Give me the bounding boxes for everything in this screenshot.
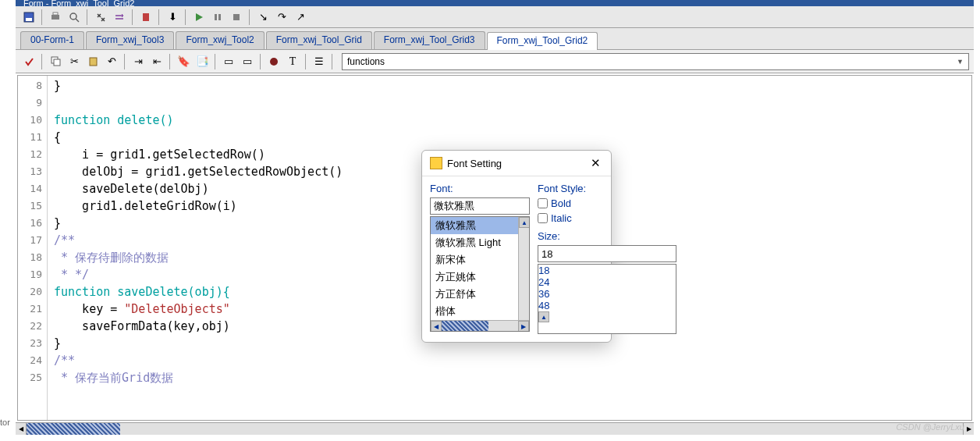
tab-form-tool2[interactable]: Form_xwj_Tool2 (176, 31, 264, 49)
window-title: Form - Form_xwj_Tool_Grid2 (23, 0, 134, 6)
dialog-icon (430, 157, 442, 169)
main-toolbar: ⬇ ↘ ↷ ↗ (16, 6, 974, 28)
tab-form-tool3[interactable]: Form_xwj_Tool3 (86, 31, 174, 49)
copy-button[interactable] (47, 53, 64, 70)
save-button[interactable] (20, 9, 37, 26)
step-button[interactable]: ⬇ (164, 9, 181, 26)
bookmark-button[interactable] (137, 9, 154, 26)
font-option[interactable]: 方正舒体 (431, 286, 529, 303)
font-option[interactable]: 楷体 (431, 303, 529, 320)
side-text: tor (0, 418, 10, 427)
outdent-button[interactable]: ⇤ (148, 53, 165, 70)
pause-button[interactable] (209, 9, 226, 26)
title-bar: Form - Form_xwj_Tool_Grid2 (16, 0, 974, 6)
svg-rect-7 (215, 14, 217, 20)
tree-button[interactable]: ☰ (311, 53, 328, 70)
stop-button[interactable] (228, 9, 245, 26)
uncomment-button[interactable]: ▭ (239, 53, 256, 70)
indent-button[interactable]: ⇥ (130, 53, 147, 70)
preview-button[interactable] (66, 9, 83, 26)
close-button[interactable]: ✕ (588, 155, 603, 171)
cut-button[interactable]: ✂ (66, 53, 83, 70)
tab-00-form-1[interactable]: 00-Form-1 (20, 31, 84, 49)
dialog-titlebar[interactable]: Font Setting ✕ (422, 151, 611, 176)
svg-line-5 (76, 19, 79, 22)
size-vscroll[interactable]: ▲ (538, 311, 676, 322)
bookmark-toggle-button[interactable]: 🔖 (175, 53, 192, 70)
print-button[interactable] (47, 9, 64, 26)
replace-button[interactable] (111, 9, 128, 26)
size-option[interactable]: 24 (538, 276, 676, 288)
document-tabs: 00-Form-1 Form_xwj_Tool3 Form_xwj_Tool2 … (16, 28, 974, 50)
bookmark-nav-button[interactable]: 📑 (194, 53, 211, 70)
combo-value: functions (347, 56, 385, 67)
svg-rect-1 (26, 18, 32, 21)
font-option[interactable]: 微软雅黑 (431, 217, 529, 234)
svg-rect-6 (143, 13, 149, 21)
undo-button[interactable]: ↶ (103, 53, 120, 70)
font-option[interactable]: 新宋体 (431, 251, 529, 269)
editor-toolbar: ✂ ↶ ⇥ ⇤ 🔖 📑 ▭ ▭ T ☰ functions ▼ (16, 50, 974, 73)
step-into-button[interactable]: ↘ (254, 9, 272, 26)
text-button[interactable]: T (284, 53, 301, 70)
italic-checkbox[interactable]: Italic (538, 212, 676, 224)
function-combo[interactable]: functions ▼ (342, 53, 969, 70)
svg-rect-12 (90, 58, 97, 66)
run-button[interactable] (190, 9, 208, 26)
svg-rect-9 (233, 14, 240, 20)
comment-button[interactable]: ▭ (220, 53, 237, 70)
svg-rect-3 (53, 12, 58, 15)
tab-form-tool-grid3[interactable]: Form_xwj_Tool_Grid3 (374, 31, 485, 49)
horizontal-scrollbar[interactable]: ◀ ▶ (16, 422, 974, 435)
check-icon[interactable] (20, 53, 37, 70)
size-input[interactable] (538, 245, 676, 262)
dialog-title: Font Setting (447, 158, 502, 169)
font-option[interactable]: 方正姚体 (431, 269, 529, 286)
style-label: Font Style: (538, 183, 676, 194)
paste-button[interactable] (84, 53, 101, 70)
font-setting-dialog: Font Setting ✕ Font: 微软雅黑微软雅黑 Light新宋体方正… (421, 150, 612, 343)
svg-rect-8 (218, 14, 221, 20)
size-listbox[interactable]: 18243648 ▲ (538, 264, 676, 334)
line-gutter: 8910111213141516171819202122232425 (18, 76, 48, 420)
svg-point-13 (270, 58, 278, 66)
font-listbox[interactable]: 微软雅黑微软雅黑 Light新宋体方正姚体方正舒体楷体 ▲ ◀ ▶ (430, 216, 530, 332)
size-option[interactable]: 18 (538, 265, 676, 276)
bold-checkbox[interactable]: Bold (538, 197, 676, 209)
size-option[interactable]: 36 (538, 288, 676, 300)
step-over-button[interactable]: ↷ (273, 9, 290, 26)
font-label: Font: (430, 183, 530, 194)
tab-form-tool-grid[interactable]: Form_xwj_Tool_Grid (266, 31, 372, 49)
breakpoint-button[interactable] (265, 53, 282, 70)
step-out-button[interactable]: ↗ (292, 9, 309, 26)
size-label: Size: (538, 230, 676, 242)
font-option[interactable]: 微软雅黑 Light (431, 234, 529, 251)
listbox-hscroll[interactable]: ◀ ▶ (431, 320, 529, 331)
chevron-down-icon: ▼ (957, 58, 964, 66)
find-button[interactable] (92, 9, 109, 26)
size-option[interactable]: 48 (538, 300, 676, 311)
tab-form-tool-grid2[interactable]: Form_xwj_Tool_Grid2 (487, 32, 598, 50)
svg-point-4 (70, 13, 76, 20)
watermark: CSDN @JerryLxu (896, 422, 964, 432)
font-input[interactable] (430, 197, 530, 215)
listbox-vscroll[interactable]: ▲ (518, 217, 529, 320)
svg-rect-11 (54, 59, 60, 66)
svg-rect-2 (51, 15, 59, 20)
